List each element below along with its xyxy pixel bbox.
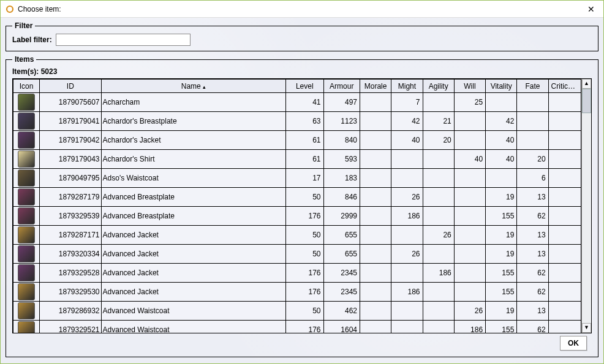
table-row[interactable]: 1879179043Achardor's Shirt61593404020 — [13, 150, 581, 169]
item-icon-cell — [13, 207, 40, 226]
col-header-icon[interactable]: Icon — [13, 80, 40, 93]
col-header-agility[interactable]: Agility — [423, 80, 454, 93]
table-row[interactable]: 1879287179Advanced Breastplate5084626191… — [13, 188, 581, 207]
col-header-level[interactable]: Level — [286, 80, 324, 93]
filter-legend: Filter — [12, 21, 35, 30]
cell-vitality — [486, 93, 517, 112]
scroll-down-button[interactable]: ▼ — [582, 323, 591, 333]
cell-vitality: 155 — [486, 207, 517, 226]
table-row[interactable]: 1879329528Advanced Jacket176234518615562 — [13, 264, 581, 283]
item-icon-cell — [13, 321, 40, 333]
cell-armour: 1123 — [323, 112, 360, 131]
table-row[interactable]: 1879179041Achardor's Breastplate63112342… — [13, 112, 581, 131]
cell-level: 176 — [286, 207, 324, 226]
cell-might: 186 — [391, 207, 423, 226]
cell-critical — [548, 321, 581, 333]
cell-fate: 62 — [517, 264, 548, 283]
cell-morale — [360, 226, 391, 245]
table-row[interactable]: 1879320334Advanced Jacket50655261913 — [13, 245, 581, 264]
cell-level: 61 — [286, 150, 324, 169]
close-button[interactable]: ✕ — [584, 4, 598, 14]
cell-level: 50 — [286, 226, 324, 245]
scroll-thumb[interactable] — [582, 89, 591, 113]
cell-id: 1879286932 — [40, 302, 101, 321]
item-icon-cell — [13, 131, 40, 150]
cell-armour: 655 — [323, 245, 360, 264]
item-icon-cell — [13, 245, 40, 264]
cell-will — [454, 245, 485, 264]
item-icon-cell — [13, 169, 40, 188]
cell-vitality: 42 — [486, 112, 517, 131]
cell-critical — [548, 93, 581, 112]
item-icon-cell — [13, 283, 40, 302]
cell-agility: 26 — [423, 226, 454, 245]
table-row[interactable]: 1879179042Achardor's Jacket61840402040 — [13, 131, 581, 150]
cell-might — [391, 321, 423, 333]
cell-id: 1879179043 — [40, 150, 101, 169]
table-row[interactable]: 1879329521Advanced Waistcoat176160418615… — [13, 321, 581, 333]
items-count: Item(s): 5023 — [12, 67, 592, 76]
cell-might: 40 — [391, 131, 423, 150]
cell-name: Acharcham — [101, 93, 285, 112]
col-header-might[interactable]: Might — [391, 80, 423, 93]
cell-name: Advanced Jacket — [101, 283, 285, 302]
cell-critical — [548, 245, 581, 264]
table-row[interactable]: 1879075607Acharcham41497725 — [13, 93, 581, 112]
col-header-armour[interactable]: Armour — [323, 80, 360, 93]
table-row[interactable]: 1879329539Advanced Breastplate1762999186… — [13, 207, 581, 226]
cell-armour: 497 — [323, 93, 360, 112]
table-row[interactable]: 1879329530Advanced Jacket176234518615562 — [13, 283, 581, 302]
cell-id: 1879329530 — [40, 283, 101, 302]
col-header-will[interactable]: Will — [454, 80, 485, 93]
items-table-container: Icon ID Name▴ Level Armour Morale Might … — [12, 78, 592, 333]
cell-morale — [360, 93, 391, 112]
col-header-vitality[interactable]: Vitality — [486, 80, 517, 93]
cell-agility — [423, 283, 454, 302]
table-row[interactable]: 1879049795Adso's Waistcoat171836 — [13, 169, 581, 188]
cell-critical — [548, 226, 581, 245]
scroll-up-button[interactable]: ▲ — [582, 79, 591, 89]
cell-id: 1879329521 — [40, 321, 101, 333]
col-header-fate[interactable]: Fate — [517, 80, 548, 93]
ok-button[interactable]: OK — [560, 336, 587, 351]
label-filter-input[interactable] — [56, 34, 191, 46]
cell-might — [391, 169, 423, 188]
cell-critical — [548, 264, 581, 283]
cell-id: 1879320334 — [40, 245, 101, 264]
item-icon — [18, 264, 35, 281]
cell-agility: 186 — [423, 264, 454, 283]
cell-will — [454, 131, 485, 150]
vertical-scrollbar[interactable]: ▲ ▼ — [581, 79, 591, 333]
cell-vitality: 19 — [486, 188, 517, 207]
cell-vitality: 19 — [486, 226, 517, 245]
cell-name: Achardor's Shirt — [101, 150, 285, 169]
scroll-track[interactable] — [582, 89, 591, 323]
cell-morale — [360, 112, 391, 131]
cell-vitality: 155 — [486, 264, 517, 283]
cell-fate: 62 — [517, 321, 548, 333]
col-header-id[interactable]: ID — [40, 80, 101, 93]
cell-fate — [517, 112, 548, 131]
col-header-critical[interactable]: Critical ... — [548, 80, 581, 93]
sort-asc-icon: ▴ — [203, 84, 206, 90]
cell-critical — [548, 207, 581, 226]
table-row[interactable]: 1879286932Advanced Waistcoat50462261913 — [13, 302, 581, 321]
cell-agility — [423, 321, 454, 333]
cell-critical — [548, 112, 581, 131]
cell-agility: 21 — [423, 112, 454, 131]
table-row[interactable]: 1879287171Advanced Jacket50655261913 — [13, 226, 581, 245]
item-icon-cell — [13, 93, 40, 112]
cell-will: 26 — [454, 302, 485, 321]
item-icon-cell — [13, 302, 40, 321]
item-icon-cell — [13, 188, 40, 207]
item-icon — [18, 283, 35, 300]
cell-id: 1879075607 — [40, 93, 101, 112]
cell-name: Advanced Jacket — [101, 245, 285, 264]
col-header-name[interactable]: Name▴ — [101, 80, 285, 93]
cell-level: 176 — [286, 283, 324, 302]
cell-will — [454, 283, 485, 302]
item-icon — [18, 207, 35, 225]
col-header-morale[interactable]: Morale — [360, 80, 391, 93]
cell-id: 1879179041 — [40, 112, 101, 131]
cell-fate — [517, 93, 548, 112]
